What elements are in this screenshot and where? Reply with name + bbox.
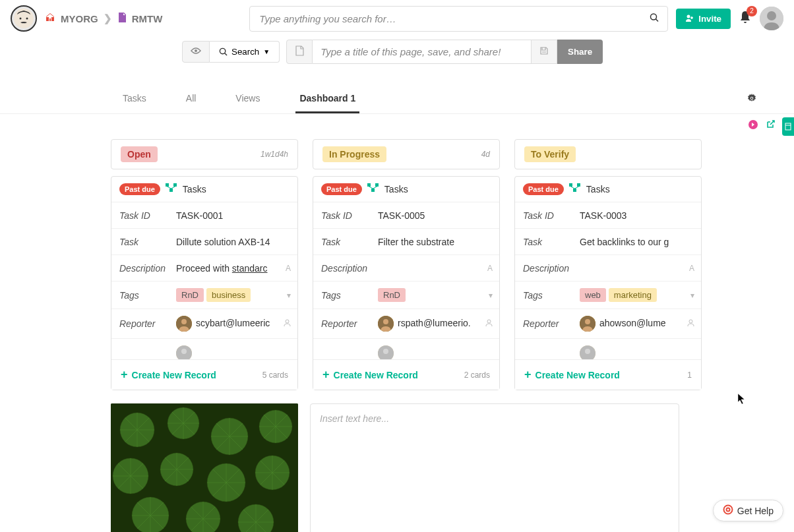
document-icon-button[interactable]: [286, 40, 313, 64]
create-record-button[interactable]: + Create New Record: [121, 368, 216, 382]
time-chip: 1w1d4h: [260, 150, 288, 159]
person-icon[interactable]: [687, 319, 694, 329]
tab-dashboard-1[interactable]: Dashboard 1: [295, 85, 359, 113]
value[interactable]: TASK-0003: [580, 210, 693, 221]
status-pill[interactable]: Open: [121, 146, 158, 162]
tasks-flow-icon: [367, 183, 379, 195]
share-button[interactable]: Share: [557, 40, 603, 64]
value[interactable]: [176, 345, 290, 359]
app-logo[interactable]: [11, 5, 37, 32]
svg-line-10: [225, 53, 227, 55]
save-button[interactable]: [532, 40, 557, 64]
page-title-group: Share: [286, 40, 603, 64]
invite-button[interactable]: Invite: [676, 9, 731, 29]
tab-all[interactable]: All: [182, 85, 200, 113]
task-card[interactable]: Past due Tasks Task ID TASK-0005 Task Fi…: [313, 176, 500, 390]
dropdown-icon[interactable]: ▾: [287, 291, 291, 300]
text-widget[interactable]: Insert text here...: [310, 403, 679, 532]
value[interactable]: Dillute solution AXB-14: [176, 237, 290, 247]
value[interactable]: Proceed with standarc: [176, 263, 290, 274]
breadcrumb-project[interactable]: RMTW: [132, 13, 163, 24]
label: Task ID: [119, 210, 176, 221]
status-pill[interactable]: In Progress: [322, 146, 386, 162]
text-icon[interactable]: A: [286, 264, 291, 273]
value[interactable]: Get backlinks to our g: [580, 237, 693, 247]
column-header: In Progress 4d: [313, 139, 500, 169]
value[interactable]: rspath@lumeerio.: [378, 316, 491, 332]
row-reporter: Reporter ahowson@lume: [515, 309, 701, 339]
card-body: Task ID TASK-0005 Task Filter the substr…: [313, 202, 499, 359]
visibility-button[interactable]: [182, 41, 210, 63]
kanban-board: Open 1w1d4h Past due Tasks Task ID TASK-…: [0, 114, 794, 403]
get-help-label: Get Help: [737, 506, 774, 516]
value[interactable]: [378, 345, 491, 359]
status-pill[interactable]: To Verify: [524, 146, 576, 162]
label: Task ID: [321, 210, 378, 221]
value[interactable]: ahowson@lume: [580, 316, 693, 332]
svg-point-28: [487, 320, 491, 323]
breadcrumb-org[interactable]: MYORG: [61, 13, 98, 24]
caret-down-icon: ▼: [263, 48, 270, 55]
external-link-icon[interactable]: [765, 119, 776, 133]
get-help-button[interactable]: Get Help: [713, 500, 783, 521]
tab-views[interactable]: Views: [231, 85, 264, 113]
card-body: Task ID TASK-0003 Task Get backlinks to …: [515, 202, 701, 359]
label: Description: [523, 263, 580, 274]
svg-point-3: [651, 14, 657, 20]
text-icon[interactable]: A: [689, 264, 694, 273]
card-body: Task ID TASK-0001 Task Dillute solution …: [111, 202, 297, 359]
create-label: Create New Record: [334, 370, 418, 380]
person-icon[interactable]: [485, 319, 493, 329]
value[interactable]: Filter the substrate: [378, 237, 491, 247]
page-title-input[interactable]: [313, 40, 532, 64]
dropdown-icon[interactable]: ▾: [690, 291, 694, 300]
tag[interactable]: RnD: [176, 288, 204, 302]
value[interactable]: webmarketing: [580, 288, 693, 302]
row-task: Task Filter the substrate: [313, 229, 499, 255]
tag[interactable]: marketing: [609, 288, 657, 302]
row-task-id: Task ID TASK-0001: [111, 202, 297, 229]
text-icon[interactable]: A: [487, 264, 493, 273]
value[interactable]: scybart@lumeeric: [176, 316, 290, 332]
svg-point-30: [383, 349, 388, 354]
side-panel-tab[interactable]: [782, 117, 794, 136]
tag[interactable]: web: [580, 288, 606, 302]
search-dropdown[interactable]: Search ▼: [210, 41, 280, 63]
dropdown-icon[interactable]: ▾: [489, 291, 493, 300]
svg-point-8: [195, 49, 197, 52]
page-toolbar: Search ▼ Share: [0, 37, 794, 72]
task-card[interactable]: Past due Tasks Task ID TASK-0001 Task Di…: [111, 176, 298, 390]
person-icon[interactable]: [284, 319, 291, 329]
create-record-button[interactable]: + Create New Record: [524, 368, 620, 382]
value[interactable]: [580, 345, 693, 359]
svg-rect-53: [785, 123, 791, 130]
svg-point-51: [723, 506, 732, 514]
header-actions: Invite 2: [676, 7, 783, 30]
svg-point-7: [767, 11, 776, 20]
tab-tasks[interactable]: Tasks: [119, 85, 150, 113]
create-record-button[interactable]: + Create New Record: [322, 368, 418, 382]
tag[interactable]: business: [206, 288, 251, 302]
value[interactable]: TASK-0005: [378, 210, 491, 221]
notifications-button[interactable]: 2: [739, 10, 752, 28]
image-widget[interactable]: [111, 403, 298, 532]
task-card[interactable]: Past due Tasks Task ID TASK-0003 Task Ge…: [514, 176, 702, 390]
search-input[interactable]: [249, 6, 668, 32]
user-avatar[interactable]: [760, 7, 783, 30]
value[interactable]: TASK-0001: [176, 210, 290, 221]
gear-icon[interactable]: [747, 93, 757, 106]
create-label: Create New Record: [132, 370, 216, 380]
search-icon[interactable]: [650, 13, 659, 24]
label: Description: [119, 263, 176, 274]
row-description: Description A: [313, 255, 499, 281]
project-icon: [117, 13, 127, 25]
svg-rect-23: [367, 183, 371, 187]
move-icon[interactable]: [748, 119, 758, 133]
label: Tags: [119, 290, 176, 301]
breadcrumb: MYORG ❯ RMTW: [45, 13, 162, 25]
svg-rect-17: [169, 189, 173, 192]
value[interactable]: RnD: [378, 288, 491, 302]
value[interactable]: RnDbusiness: [176, 288, 290, 302]
tag[interactable]: RnD: [378, 288, 406, 302]
header: MYORG ❯ RMTW Invite 2: [0, 0, 794, 37]
